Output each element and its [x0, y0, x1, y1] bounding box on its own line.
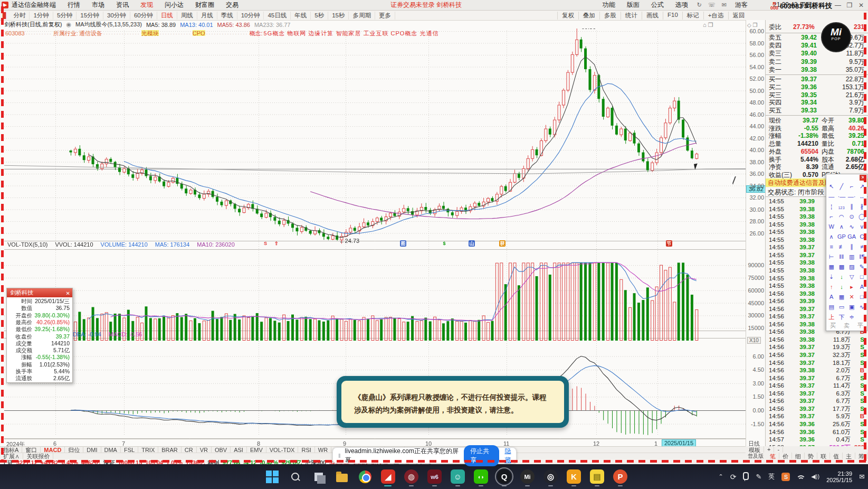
timeframe-1分钟[interactable]: 1分钟 [30, 12, 53, 20]
taskbar-icon-chrome[interactable] [358, 469, 372, 484]
palette-footer-买[interactable]: 买 [830, 322, 836, 330]
event-marker-icon[interactable]: 图 [400, 240, 406, 247]
timeframe-年线[interactable]: 年线 [291, 12, 311, 20]
quote-tool-模板[interactable]: 模板 [746, 446, 764, 453]
timeframe-30分钟[interactable]: 30分钟 [103, 12, 130, 20]
action-+自选[interactable]: +自选 [703, 12, 728, 20]
taskbar-icon-wechat[interactable]: ◖◗ [474, 469, 488, 484]
taskbar-icon-sticky-notes[interactable]: ▤ [590, 469, 604, 484]
wifi-icon[interactable] [797, 474, 804, 479]
palette-footer-卖[interactable]: 卖 [844, 322, 850, 330]
timeframe-分时[interactable]: 分时 [9, 12, 30, 20]
drawing-tool-icon[interactable]: GA [847, 232, 857, 242]
taskbar-icon-teal-app[interactable]: ☺ [451, 469, 465, 484]
action-标记[interactable]: 标记 [682, 12, 703, 20]
drawing-tool-icon[interactable]: ▩ [836, 262, 846, 272]
ime-language[interactable]: 英 [768, 472, 775, 481]
timeframe-15秒[interactable]: 15秒 [328, 12, 349, 20]
timeframe-10分钟[interactable]: 10分钟 [237, 12, 264, 20]
refresh-icon[interactable]: ↻ [694, 2, 705, 8]
drawing-tool-icon[interactable]: ― [826, 192, 836, 202]
eye-icon[interactable]: ◉ [66, 21, 71, 28]
drawing-tool-icon[interactable]: ▭ [836, 302, 846, 312]
drawing-tool-icon[interactable]: ∧ [836, 222, 846, 232]
quote-tab-价[interactable]: 价 [779, 453, 792, 459]
palette-footer-平[interactable]: 平 [857, 322, 863, 330]
menu-公式[interactable]: 公式 [645, 1, 670, 10]
drawing-tool-icon[interactable]: ∥ [847, 242, 857, 252]
taskbar-icon-qq[interactable]: Q [497, 469, 511, 484]
phone-icon[interactable]: ☏ [705, 2, 719, 8]
menu-资讯[interactable]: 资讯 [110, 1, 135, 10]
action-画线[interactable]: 画线 [642, 12, 663, 20]
guest-user[interactable]: 游客 [730, 1, 753, 10]
menu-发现[interactable]: 发现 [135, 1, 159, 10]
menu-功能[interactable]: 功能 [597, 1, 621, 10]
drawing-tool-icon[interactable]: ⊢ [826, 252, 836, 262]
layout-icon[interactable]: ❐ [708, 22, 713, 28]
drawing-tool-icon[interactable]: ⌐ [847, 182, 857, 192]
close-icon[interactable]: ✕ [855, 2, 867, 9]
timeframe-60分钟[interactable]: 60分钟 [130, 12, 157, 20]
taskbar-icon-p-app[interactable]: P [613, 469, 627, 484]
home-icon[interactable]: ⌂ [703, 22, 707, 28]
drawing-tool-icon[interactable]: ∿ [847, 222, 857, 232]
event-marker-icon[interactable]: 节 [666, 240, 672, 247]
taskbar-icon-search[interactable] [288, 469, 302, 484]
axis-icons[interactable]: ◇ ❐ [747, 22, 757, 28]
drawing-tool-icon[interactable]: W [826, 222, 836, 232]
menu-财富圈[interactable]: 财富圈 [189, 1, 220, 10]
taskbar-icon-task-view[interactable] [311, 469, 326, 484]
action-统计[interactable]: 统计 [621, 12, 642, 20]
drawing-tool-icon[interactable]: 下 [836, 312, 846, 322]
drawing-tool-icon[interactable]: ▨ [847, 262, 857, 272]
s-badge-icon[interactable]: S [781, 473, 790, 481]
action-多股[interactable]: 多股 [599, 12, 621, 20]
drawing-tool-icon[interactable]: ⇣ [826, 272, 836, 282]
stop-sharing-button[interactable]: 停止共享 [464, 445, 499, 466]
drawing-tool-icon[interactable]: ▤ [826, 302, 836, 312]
drawing-tool-icon[interactable]: ⊙ [847, 212, 857, 222]
taskbar-icon-red-circle-app[interactable]: ◍ [404, 469, 418, 484]
tray-clock[interactable]: 21:39 2025/1/15 [826, 471, 852, 483]
drawing-tool-icon[interactable]: ≢ [836, 242, 846, 252]
popup-header[interactable]: 剑桥科技 ✕ [7, 288, 72, 297]
drawing-tool-icon[interactable]: ▦ [826, 262, 836, 272]
taskbar-icon-mi-app[interactable]: Mi [520, 469, 535, 484]
event-marker-icon[interactable]: 山 [469, 240, 475, 247]
taskbar-icon-windows-start[interactable] [265, 469, 279, 484]
drawing-tool-icon[interactable]: GP [836, 232, 846, 242]
close-icon[interactable]: ✕ [66, 289, 70, 298]
event-marker-icon[interactable]: ⇧ [273, 240, 280, 247]
quote-tab-势[interactable]: 势 [805, 453, 817, 459]
tray-chevron-icon[interactable]: ⌃ [719, 473, 723, 480]
event-marker-icon[interactable]: S [262, 240, 269, 247]
drawing-tool-icon[interactable]: ·― [836, 192, 846, 202]
timeframe-15分钟[interactable]: 15分钟 [77, 12, 103, 20]
speaker-icon[interactable]: ◀)) [811, 473, 819, 480]
taskbar-icon-k-app[interactable]: K [567, 469, 581, 484]
drawing-tool-icon[interactable]: ▣ [847, 302, 857, 312]
quote-tab-联[interactable]: 联 [817, 453, 830, 459]
minimize-icon[interactable]: — [832, 2, 844, 9]
timeframe-日线[interactable]: 日线 [157, 12, 177, 20]
drawing-tool-icon[interactable]: ≑ [847, 312, 857, 322]
mail-icon[interactable]: ✉ [719, 2, 730, 8]
action-复权[interactable]: 复权 [557, 12, 578, 20]
drawing-tool-icon[interactable]: ◠ [836, 212, 846, 222]
event-marker-icon[interactable]: 获 [499, 240, 505, 247]
action-叠加[interactable]: 叠加 [578, 12, 599, 20]
action-F10[interactable]: F10 [663, 12, 682, 20]
taskbar-icon-tdx-app[interactable]: ◢ [381, 469, 395, 484]
notification-icon[interactable]: ✉ [859, 473, 865, 481]
menu-市场[interactable]: 市场 [86, 1, 110, 10]
drawing-tool-icon[interactable]: ―· [847, 192, 857, 202]
quote-tab-笔[interactable]: 笔 [767, 453, 779, 459]
timeframe-周线[interactable]: 周线 [177, 12, 197, 20]
event-marker-icon[interactable]: $ [441, 240, 447, 247]
quote-tab-细[interactable]: 细 [792, 453, 805, 459]
drawing-tool-icon[interactable]: ¦ [826, 202, 836, 212]
drawing-tool-icon[interactable]: ↑ [826, 282, 836, 292]
timeframe-5分钟[interactable]: 5分钟 [53, 12, 77, 20]
action-返回[interactable]: 返回 [728, 12, 749, 20]
